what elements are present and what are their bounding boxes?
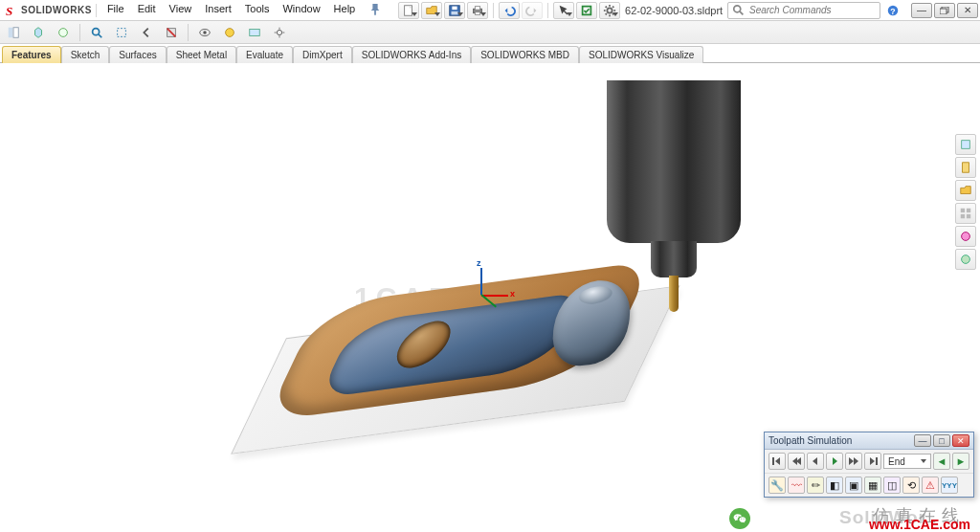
svg-rect-36 — [961, 209, 965, 212]
menu-tools[interactable]: Tools — [238, 1, 277, 20]
view-orientation-button[interactable] — [27, 23, 50, 42]
svg-point-35 — [277, 30, 281, 34]
task-pane-tabs — [955, 134, 976, 270]
sim-mode-combo[interactable]: End — [883, 454, 931, 469]
dropdown-arrow-icon — [480, 12, 486, 16]
feature-manager-button[interactable] — [2, 23, 25, 42]
print-button[interactable] — [467, 2, 488, 19]
new-document-button[interactable] — [398, 2, 419, 19]
sim-go-end-button[interactable] — [864, 453, 881, 470]
view-settings-button[interactable] — [268, 23, 291, 42]
taskpane-view-palette-button[interactable] — [955, 203, 976, 224]
sim-options-button[interactable]: YYY — [941, 477, 958, 494]
previous-view-button[interactable] — [135, 23, 158, 42]
zoom-area-button[interactable] — [110, 23, 133, 42]
menu-view[interactable]: View — [163, 1, 199, 20]
toolpath-simulation-titlebar[interactable]: Toolpath Simulation — □ ✕ — [765, 432, 973, 450]
dropdown-arrow-icon — [567, 12, 572, 16]
sim-toolpath-button[interactable]: 〰 — [788, 477, 805, 494]
sim-compare-button[interactable]: ⟲ — [902, 477, 920, 494]
tab-solidworks-addins[interactable]: SOLIDWORKS Add-Ins — [352, 46, 471, 63]
tab-solidworks-mbd[interactable]: SOLIDWORKS MBD — [471, 46, 579, 63]
sim-target-view-button[interactable]: ▣ — [845, 477, 862, 494]
rebuild-button[interactable] — [576, 2, 597, 19]
open-button[interactable] — [421, 2, 442, 19]
sim-toolholder-button[interactable]: 🔧 — [768, 477, 786, 494]
sim-close-button[interactable]: ✕ — [952, 434, 969, 447]
sim-minimize-button[interactable]: — — [914, 434, 931, 447]
sim-stock-view-button[interactable]: ◧ — [826, 477, 843, 494]
minimize-button[interactable]: — — [911, 3, 932, 18]
toolpath-simulation-title: Toolpath Simulation — [768, 435, 852, 446]
display-style-button[interactable] — [52, 23, 75, 42]
cutting-tool — [669, 276, 679, 312]
spindle-neck — [651, 241, 697, 277]
svg-rect-38 — [961, 214, 965, 218]
tab-surfaces[interactable]: Surfaces — [109, 46, 166, 63]
search-input[interactable] — [749, 5, 876, 15]
tab-solidworks-visualize[interactable]: SOLIDWORKS Visualize — [579, 46, 703, 63]
select-button[interactable] — [553, 2, 574, 19]
toolpath-simulation-window[interactable]: Toolpath Simulation — □ ✕ End ◄ ► 🔧 〰 ✏ … — [764, 432, 974, 498]
svg-line-15 — [606, 13, 607, 14]
sim-step-back-button[interactable] — [788, 453, 805, 470]
save-button[interactable] — [444, 2, 465, 19]
section-view-button[interactable] — [160, 23, 183, 42]
sim-maximize-button[interactable]: □ — [933, 434, 950, 447]
svg-rect-42 — [772, 457, 774, 465]
taskpane-file-explorer-button[interactable] — [955, 180, 976, 201]
taskpane-custom-button[interactable] — [955, 249, 976, 270]
sim-fixture-view-button[interactable]: ▦ — [864, 477, 881, 494]
tab-evaluate[interactable]: Evaluate — [236, 46, 293, 63]
redo-button[interactable] — [522, 2, 543, 19]
close-button[interactable]: ✕ — [957, 3, 978, 18]
svg-point-25 — [59, 28, 68, 36]
menu-file[interactable]: File — [100, 1, 131, 20]
sim-collision-button[interactable]: ⚠ — [922, 477, 939, 494]
menu-help[interactable]: Help — [327, 1, 363, 20]
menu-pin-icon[interactable] — [362, 1, 389, 20]
svg-text:?: ? — [890, 6, 895, 15]
restore-button[interactable] — [934, 3, 955, 18]
sim-speed-down-button[interactable]: ◄ — [933, 453, 950, 470]
undo-button[interactable] — [499, 2, 520, 19]
svg-rect-37 — [967, 209, 970, 212]
taskpane-design-library-button[interactable] — [955, 157, 976, 178]
sim-play-button[interactable] — [826, 453, 843, 470]
sim-play-back-button[interactable] — [807, 453, 824, 470]
svg-line-27 — [99, 33, 102, 37]
menu-window[interactable]: Window — [276, 1, 326, 20]
search-commands[interactable] — [727, 2, 880, 19]
sim-section-button[interactable]: ◫ — [883, 477, 901, 494]
tab-features[interactable]: Features — [2, 46, 61, 63]
edit-appearance-button[interactable] — [218, 23, 241, 42]
document-title: 62-02-9000-03.sldprt — [624, 5, 724, 16]
apply-scene-button[interactable] — [243, 23, 266, 42]
title-bar: S SOLIDWORKS File Edit View Insert Tools… — [0, 0, 980, 21]
graphics-area[interactable]: 1CAE.COM z x Toolpath Simulation — □ — [0, 63, 980, 532]
help-button[interactable]: ? — [884, 2, 902, 19]
tab-dimxpert[interactable]: DimXpert — [293, 46, 352, 63]
svg-point-32 — [203, 31, 207, 34]
taskpane-resources-button[interactable] — [955, 134, 976, 155]
options-button[interactable] — [599, 2, 620, 19]
sim-tool-button[interactable]: ✏ — [807, 477, 824, 494]
zoom-fit-button[interactable] — [85, 23, 108, 42]
svg-point-26 — [93, 28, 100, 34]
footer-url: www.1CAE.com — [869, 517, 970, 532]
sim-step-forward-button[interactable] — [845, 453, 862, 470]
dropdown-arrow-icon — [434, 12, 440, 16]
sim-speed-up-button[interactable]: ► — [952, 453, 969, 470]
sim-go-start-button[interactable] — [768, 453, 786, 470]
menu-insert[interactable]: Insert — [198, 1, 238, 20]
menu-edit[interactable]: Edit — [131, 1, 163, 20]
hide-show-button[interactable] — [193, 23, 216, 42]
svg-rect-39 — [967, 214, 970, 218]
tab-sheet-metal[interactable]: Sheet Metal — [167, 46, 236, 63]
tab-sketch[interactable]: Sketch — [61, 46, 110, 63]
axis-x-label: x — [510, 289, 515, 299]
taskpane-appearances-button[interactable] — [955, 226, 976, 247]
svg-point-41 — [962, 255, 970, 264]
svg-rect-5 — [476, 6, 480, 10]
svg-line-18 — [740, 11, 744, 14]
